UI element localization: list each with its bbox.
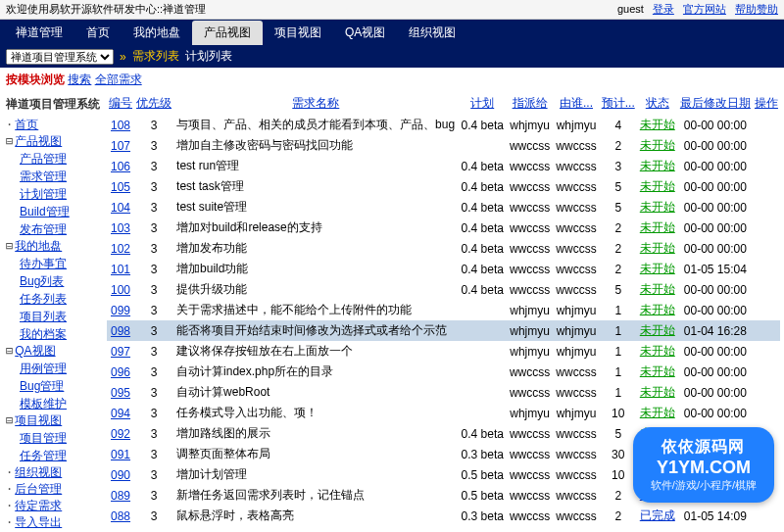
row-id[interactable]: 096 xyxy=(111,365,130,379)
row-title[interactable]: 自动计算webRoot xyxy=(173,382,458,403)
row-status[interactable]: 未开始 xyxy=(640,179,675,193)
table-row[interactable]: 0983能否将项目开始结束时间修改为选择式或者给个示范whjmyuwhjmyu1… xyxy=(107,320,780,341)
side-item-4-0[interactable]: 项目管理 xyxy=(20,431,67,445)
row-title[interactable]: 增加build功能 xyxy=(173,259,458,279)
row-id[interactable]: 090 xyxy=(111,468,130,482)
col-header-9[interactable]: 操作 xyxy=(753,92,780,115)
subnav-requirements[interactable]: 需求列表 xyxy=(132,48,179,65)
nav-tab-3[interactable]: 产品视图 xyxy=(192,21,263,45)
nav-tab-1[interactable]: 首页 xyxy=(74,21,122,45)
nav-tab-0[interactable]: 禅道管理 xyxy=(4,21,74,45)
tree-toggle-icon[interactable]: ⊟ xyxy=(6,344,13,358)
row-status[interactable]: 已完成 xyxy=(640,508,675,522)
row-status[interactable]: 未开始 xyxy=(640,323,675,337)
col-header-8[interactable]: 最后修改日期 xyxy=(678,92,753,115)
side-item-3-0[interactable]: 用例管理 xyxy=(20,362,67,375)
tree-toggle-icon[interactable]: · xyxy=(6,118,13,131)
row-status[interactable]: 未开始 xyxy=(640,118,675,131)
row-status[interactable]: 未开始 xyxy=(640,282,675,296)
row-status[interactable]: 未开始 xyxy=(640,303,675,316)
col-header-3[interactable]: 计划 xyxy=(458,92,506,115)
tree-toggle-icon[interactable]: · xyxy=(6,499,13,512)
table-row[interactable]: 0963自动计算index.php所在的目录wwccsswwccss1未开始00… xyxy=(107,362,780,382)
table-row[interactable]: 1073增加自主修改密码与密码找回功能wwccsswwccss2未开始00-00… xyxy=(107,135,780,156)
row-status[interactable]: 已完成 xyxy=(640,488,675,502)
row-id[interactable]: 106 xyxy=(111,160,130,173)
table-row[interactable]: 1033增加对build和release的支持0.4 betawwccsswwc… xyxy=(107,218,780,238)
row-status[interactable]: 已完成 xyxy=(640,467,675,481)
row-id[interactable]: 104 xyxy=(111,201,130,215)
side-group-7[interactable]: 待定需求 xyxy=(15,499,62,512)
col-header-4[interactable]: 指派给 xyxy=(507,92,553,115)
row-status[interactable]: 已完成 xyxy=(640,447,675,460)
row-status[interactable]: 未开始 xyxy=(640,241,675,255)
row-id[interactable]: 089 xyxy=(111,489,130,503)
row-title[interactable]: 自动计算index.php所在的目录 xyxy=(173,362,458,382)
row-title[interactable]: 增加自主修改密码与密码找回功能 xyxy=(173,135,458,156)
table-row[interactable]: 0903增加计划管理0.5 betawwccsswwccss10已完成00-00… xyxy=(107,464,780,485)
col-header-7[interactable]: 状态 xyxy=(637,92,678,115)
row-id[interactable]: 097 xyxy=(111,345,130,359)
table-row[interactable]: 0883鼠标悬浮时，表格高亮0.3 betawwccsswwccss2已完成01… xyxy=(107,506,780,526)
col-header-0[interactable]: 编号 xyxy=(107,92,134,115)
table-row[interactable]: 0943任务模式导入出功能、项！whjmyuwhjmyu10未开始00-00 0… xyxy=(107,403,780,423)
row-id[interactable]: 105 xyxy=(111,180,130,194)
table-row[interactable]: 0953自动计算webRootwwccsswwccss1未开始00-00 00:… xyxy=(107,382,780,403)
row-title[interactable]: 关于需求描述中，能不能给个上传附件的功能 xyxy=(173,300,458,320)
row-status[interactable]: 未开始 xyxy=(640,220,675,234)
side-group-6[interactable]: 后台管理 xyxy=(15,482,62,496)
row-status[interactable]: 未开始 xyxy=(640,385,675,399)
nav-tab-4[interactable]: 项目视图 xyxy=(263,21,333,45)
nav-tab-2[interactable]: 我的地盘 xyxy=(122,21,192,45)
row-title[interactable]: 增加路线图的展示 xyxy=(173,423,458,444)
all-link[interactable]: 全部需求 xyxy=(95,73,142,86)
side-group-4[interactable]: 项目视图 xyxy=(15,413,62,427)
side-item-1-3[interactable]: Build管理 xyxy=(20,205,70,218)
row-status[interactable]: 未开始 xyxy=(640,344,675,358)
side-item-2-2[interactable]: 任务列表 xyxy=(20,292,67,306)
nav-tab-5[interactable]: QA视图 xyxy=(333,21,397,45)
table-row[interactable]: 0913调整页面整体布局0.3 betawwccsswwccss30已完成01-… xyxy=(107,444,780,464)
side-item-2-3[interactable]: 项目列表 xyxy=(20,310,67,323)
row-title[interactable]: 任务模式导入出功能、项！ xyxy=(173,403,458,423)
side-item-1-4[interactable]: 发布管理 xyxy=(20,222,67,236)
tree-toggle-icon[interactable]: · xyxy=(6,465,13,479)
table-row[interactable]: 1023增加发布功能0.4 betawwccsswwccss2未开始00-00 … xyxy=(107,238,780,259)
row-id[interactable]: 100 xyxy=(111,283,130,297)
row-title[interactable]: test run管理 xyxy=(173,156,458,176)
row-id[interactable]: 092 xyxy=(111,427,130,441)
side-item-2-4[interactable]: 我的档案 xyxy=(20,327,67,341)
row-title[interactable]: test task管理 xyxy=(173,176,458,197)
product-select[interactable]: 禅道项目管理系统 xyxy=(6,49,114,65)
table-row[interactable]: 1003提供升级功能0.4 betawwccsswwccss5未开始00-00 … xyxy=(107,279,780,300)
tree-toggle-icon[interactable]: · xyxy=(6,482,13,496)
row-status[interactable]: 未开始 xyxy=(640,406,675,419)
side-group-0[interactable]: 首页 xyxy=(15,118,38,131)
row-title[interactable]: 增加计划管理 xyxy=(173,464,458,485)
row-status[interactable]: 未开始 xyxy=(640,426,675,440)
row-title[interactable]: 调整页面整体布局 xyxy=(173,444,458,464)
row-id[interactable]: 101 xyxy=(111,263,130,276)
row-id[interactable]: 094 xyxy=(111,407,130,420)
row-status[interactable]: 未开始 xyxy=(640,364,675,378)
table-row[interactable]: 1013增加build功能0.4 betawwccsswwccss2未开始01-… xyxy=(107,259,780,279)
row-title[interactable]: 能否将项目开始结束时间修改为选择式或者给个示范 xyxy=(173,320,458,341)
subnav-plans[interactable]: 计划列表 xyxy=(185,48,232,65)
row-status[interactable]: 未开始 xyxy=(640,159,675,172)
table-row[interactable]: 1083与项目、产品、相关的成员才能看到本项、产品、bug0.4 betawhj… xyxy=(107,115,780,135)
col-header-1[interactable]: 优先级 xyxy=(134,92,173,115)
side-group-3[interactable]: QA视图 xyxy=(15,344,55,358)
row-title[interactable]: 增加发布功能 xyxy=(173,238,458,259)
side-group-8[interactable]: 导入导出 xyxy=(15,515,62,529)
table-row[interactable]: 1043test suite管理0.4 betawwccsswwccss5未开始… xyxy=(107,197,780,218)
side-item-3-1[interactable]: Bug管理 xyxy=(20,379,64,393)
side-item-2-0[interactable]: 待办事宜 xyxy=(20,257,67,270)
tree-toggle-icon[interactable]: ⊟ xyxy=(6,413,13,427)
row-title[interactable]: 与项目、产品、相关的成员才能看到本项、产品、bug xyxy=(173,115,458,135)
row-title[interactable]: 增加对build和release的支持 xyxy=(173,218,458,238)
col-header-2[interactable]: 需求名称 xyxy=(173,92,458,115)
side-item-3-2[interactable]: 模板维护 xyxy=(20,397,67,411)
side-group-1[interactable]: 产品视图 xyxy=(15,134,62,148)
nav-tab-6[interactable]: 组织视图 xyxy=(397,21,467,45)
row-id[interactable]: 088 xyxy=(111,509,130,523)
